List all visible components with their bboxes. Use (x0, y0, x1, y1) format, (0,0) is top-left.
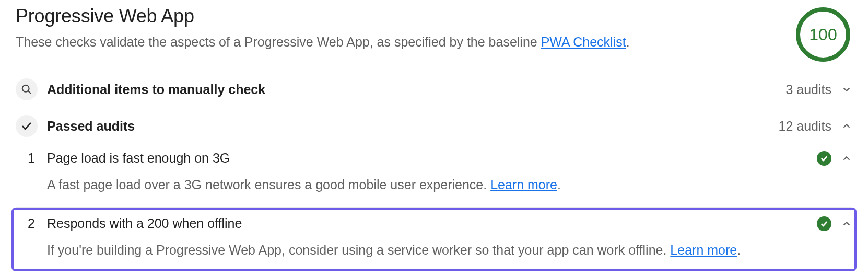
audit-desc-prefix: A fast page load over a 3G network ensur… (47, 177, 490, 192)
audit-row[interactable]: 2 Responds with a 200 when offline (16, 210, 852, 235)
audit-title: Page load is fast enough on 3G (47, 151, 817, 166)
passed-audits-header[interactable]: Passed audits 12 audits (16, 108, 852, 144)
pass-badge-icon (817, 216, 831, 231)
category-header: Progressive Web App These checks validat… (16, 5, 852, 62)
chevron-down-icon (841, 84, 852, 95)
passed-audits-count: 12 audits (779, 119, 831, 134)
audit-row[interactable]: 1 Page load is fast enough on 3G (16, 144, 852, 170)
audit-description: A fast page load over a 3G network ensur… (16, 170, 852, 204)
audit-desc-suffix: . (557, 177, 561, 192)
audit-desc-prefix: If you're building a Progressive Web App… (47, 243, 670, 257)
chevron-up-icon (841, 153, 852, 164)
manual-checks-title: Additional items to manually check (47, 82, 785, 97)
chevron-up-icon (841, 218, 852, 230)
subtitle-suffix: . (626, 35, 630, 49)
pass-badge-icon (817, 151, 831, 166)
chevron-up-icon (841, 120, 852, 132)
score-value: 100 (809, 25, 837, 44)
svg-line-1 (28, 91, 31, 94)
learn-more-link[interactable]: Learn more (490, 177, 557, 192)
score-gauge: 100 (796, 7, 850, 62)
manual-checks-header[interactable]: Additional items to manually check 3 aud… (16, 71, 852, 108)
manual-checks-count: 3 audits (785, 82, 831, 97)
search-icon (16, 78, 38, 100)
check-icon (16, 115, 38, 137)
audit-description: If you're building a Progressive Web App… (16, 235, 852, 269)
category-title: Progressive Web App (16, 5, 796, 27)
learn-more-link[interactable]: Learn more (670, 243, 737, 257)
audit-desc-suffix: . (737, 243, 741, 257)
category-subtitle: These checks validate the aspects of a P… (16, 35, 796, 50)
audit-item-1: 1 Page load is fast enough on 3G A fast … (16, 144, 852, 204)
pwa-checklist-link[interactable]: PWA Checklist (541, 35, 626, 49)
passed-audits-title: Passed audits (47, 119, 779, 134)
audit-number: 1 (16, 151, 47, 166)
audit-item-2-highlighted: 2 Responds with a 200 when offline If yo… (11, 208, 857, 271)
header-text-block: Progressive Web App These checks validat… (16, 5, 796, 50)
audit-number: 2 (16, 216, 47, 231)
audit-title: Responds with a 200 when offline (47, 216, 817, 231)
svg-point-0 (22, 85, 29, 92)
subtitle-prefix: These checks validate the aspects of a P… (16, 35, 541, 49)
